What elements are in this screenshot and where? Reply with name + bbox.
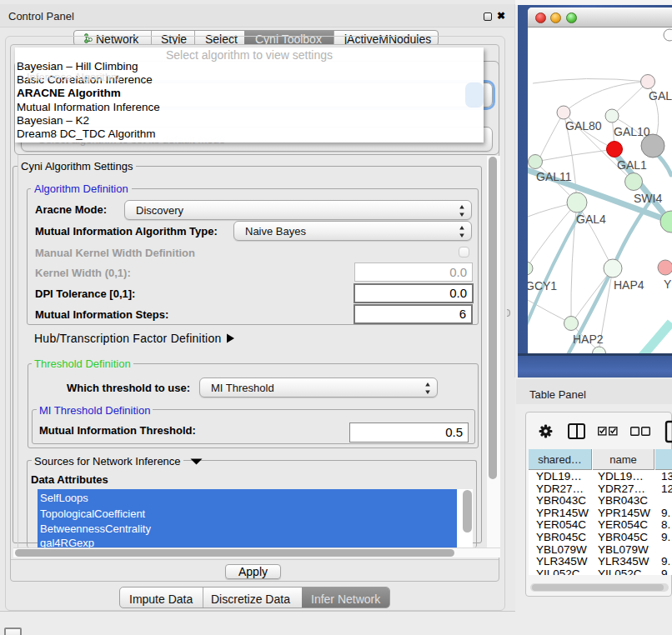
svg-text:GAL80: GAL80 [565, 119, 602, 132]
svg-text:GAL10: GAL10 [614, 125, 650, 138]
svg-text:HAP2: HAP2 [573, 332, 604, 346]
svg-text:YE: YE [664, 278, 672, 291]
svg-text:HAP4: HAP4 [614, 278, 644, 292]
svg-text:GCY1: GCY1 [528, 279, 557, 292]
svg-text:GAL2: GAL2 [649, 89, 672, 102]
svg-text:GAL11: GAL11 [536, 170, 572, 183]
svg-text:GAL1: GAL1 [617, 158, 647, 172]
svg-text:SWI4: SWI4 [634, 192, 662, 205]
svg-text:GAL4: GAL4 [576, 212, 606, 226]
